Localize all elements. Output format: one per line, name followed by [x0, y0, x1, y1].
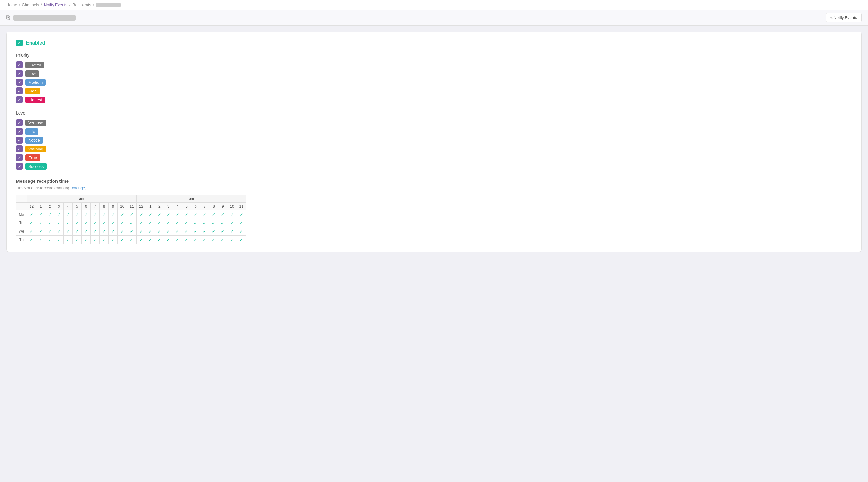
schedule-cell-mo-9[interactable]: ✓: [108, 210, 118, 219]
level-checkbox-verbose[interactable]: ✓: [16, 119, 23, 126]
schedule-cell-we-9[interactable]: ✓: [108, 227, 118, 236]
schedule-cell-we-23[interactable]: ✓: [237, 227, 246, 236]
breadcrumb-notify-events[interactable]: Notify.Events: [44, 2, 67, 7]
schedule-cell-we-13[interactable]: ✓: [146, 227, 155, 236]
schedule-cell-mo-10[interactable]: ✓: [118, 210, 127, 219]
schedule-cell-we-6[interactable]: ✓: [82, 227, 91, 236]
schedule-cell-th-8[interactable]: ✓: [100, 236, 108, 244]
schedule-cell-mo-20[interactable]: ✓: [209, 210, 218, 219]
schedule-cell-tu-4[interactable]: ✓: [63, 219, 72, 227]
schedule-cell-th-7[interactable]: ✓: [91, 236, 100, 244]
schedule-cell-tu-3[interactable]: ✓: [55, 219, 63, 227]
schedule-cell-th-20[interactable]: ✓: [209, 236, 218, 244]
timezone-change-link[interactable]: change: [72, 186, 85, 190]
priority-checkbox-medium[interactable]: ✓: [16, 79, 23, 86]
schedule-cell-th-3[interactable]: ✓: [55, 236, 63, 244]
schedule-cell-tu-10[interactable]: ✓: [118, 219, 127, 227]
level-checkbox-warning[interactable]: ✓: [16, 145, 23, 152]
schedule-cell-th-1[interactable]: ✓: [36, 236, 45, 244]
level-checkbox-info[interactable]: ✓: [16, 128, 23, 135]
enabled-checkbox[interactable]: ✓: [16, 39, 23, 47]
level-checkbox-success[interactable]: ✓: [16, 163, 23, 170]
schedule-cell-we-7[interactable]: ✓: [91, 227, 100, 236]
schedule-cell-mo-21[interactable]: ✓: [218, 210, 227, 219]
schedule-cell-we-14[interactable]: ✓: [155, 227, 164, 236]
breadcrumb-recipients[interactable]: Recipients: [72, 2, 91, 7]
schedule-cell-th-2[interactable]: ✓: [45, 236, 55, 244]
schedule-cell-we-16[interactable]: ✓: [173, 227, 182, 236]
schedule-cell-tu-13[interactable]: ✓: [146, 219, 155, 227]
schedule-cell-we-15[interactable]: ✓: [164, 227, 173, 236]
schedule-cell-mo-15[interactable]: ✓: [164, 210, 173, 219]
schedule-cell-mo-3[interactable]: ✓: [55, 210, 63, 219]
priority-checkbox-highest[interactable]: ✓: [16, 96, 23, 103]
level-checkbox-error[interactable]: ✓: [16, 154, 23, 161]
schedule-cell-mo-14[interactable]: ✓: [155, 210, 164, 219]
schedule-cell-we-12[interactable]: ✓: [136, 227, 146, 236]
schedule-cell-we-19[interactable]: ✓: [200, 227, 209, 236]
schedule-cell-th-14[interactable]: ✓: [155, 236, 164, 244]
schedule-cell-th-18[interactable]: ✓: [191, 236, 200, 244]
schedule-cell-mo-19[interactable]: ✓: [200, 210, 209, 219]
schedule-cell-we-10[interactable]: ✓: [118, 227, 127, 236]
schedule-cell-mo-16[interactable]: ✓: [173, 210, 182, 219]
schedule-cell-th-19[interactable]: ✓: [200, 236, 209, 244]
schedule-cell-tu-23[interactable]: ✓: [237, 219, 246, 227]
schedule-cell-th-21[interactable]: ✓: [218, 236, 227, 244]
schedule-cell-we-3[interactable]: ✓: [55, 227, 63, 236]
schedule-cell-th-22[interactable]: ✓: [227, 236, 237, 244]
schedule-cell-mo-7[interactable]: ✓: [91, 210, 100, 219]
schedule-cell-we-1[interactable]: ✓: [36, 227, 45, 236]
schedule-cell-tu-22[interactable]: ✓: [227, 219, 237, 227]
schedule-cell-tu-6[interactable]: ✓: [82, 219, 91, 227]
priority-checkbox-low[interactable]: ✓: [16, 70, 23, 77]
schedule-cell-tu-12[interactable]: ✓: [136, 219, 146, 227]
schedule-cell-th-4[interactable]: ✓: [63, 236, 72, 244]
schedule-cell-tu-19[interactable]: ✓: [200, 219, 209, 227]
schedule-cell-mo-8[interactable]: ✓: [100, 210, 108, 219]
schedule-cell-mo-1[interactable]: ✓: [36, 210, 45, 219]
schedule-cell-mo-17[interactable]: ✓: [182, 210, 191, 219]
schedule-cell-th-17[interactable]: ✓: [182, 236, 191, 244]
schedule-cell-mo-0[interactable]: ✓: [27, 210, 36, 219]
schedule-cell-we-2[interactable]: ✓: [45, 227, 55, 236]
schedule-cell-mo-18[interactable]: ✓: [191, 210, 200, 219]
schedule-cell-tu-17[interactable]: ✓: [182, 219, 191, 227]
schedule-cell-we-18[interactable]: ✓: [191, 227, 200, 236]
schedule-cell-we-20[interactable]: ✓: [209, 227, 218, 236]
schedule-cell-mo-12[interactable]: ✓: [136, 210, 146, 219]
schedule-cell-th-9[interactable]: ✓: [108, 236, 118, 244]
level-checkbox-notice[interactable]: ✓: [16, 137, 23, 144]
notify-events-button[interactable]: « Notify.Events: [826, 13, 862, 22]
schedule-cell-we-5[interactable]: ✓: [72, 227, 82, 236]
schedule-cell-tu-21[interactable]: ✓: [218, 219, 227, 227]
schedule-cell-we-4[interactable]: ✓: [63, 227, 72, 236]
schedule-cell-tu-14[interactable]: ✓: [155, 219, 164, 227]
schedule-cell-tu-5[interactable]: ✓: [72, 219, 82, 227]
schedule-cell-mo-5[interactable]: ✓: [72, 210, 82, 219]
schedule-cell-tu-15[interactable]: ✓: [164, 219, 173, 227]
schedule-cell-th-10[interactable]: ✓: [118, 236, 127, 244]
schedule-cell-mo-2[interactable]: ✓: [45, 210, 55, 219]
schedule-cell-th-0[interactable]: ✓: [27, 236, 36, 244]
schedule-cell-th-16[interactable]: ✓: [173, 236, 182, 244]
breadcrumb-channels[interactable]: Channels: [22, 2, 39, 7]
schedule-cell-tu-0[interactable]: ✓: [27, 219, 36, 227]
schedule-cell-mo-22[interactable]: ✓: [227, 210, 237, 219]
schedule-cell-we-11[interactable]: ✓: [127, 227, 136, 236]
priority-checkbox-lowest[interactable]: ✓: [16, 61, 23, 68]
schedule-cell-we-8[interactable]: ✓: [100, 227, 108, 236]
schedule-cell-tu-2[interactable]: ✓: [45, 219, 55, 227]
schedule-cell-mo-13[interactable]: ✓: [146, 210, 155, 219]
schedule-cell-th-12[interactable]: ✓: [136, 236, 146, 244]
schedule-cell-we-21[interactable]: ✓: [218, 227, 227, 236]
schedule-cell-tu-20[interactable]: ✓: [209, 219, 218, 227]
schedule-cell-tu-16[interactable]: ✓: [173, 219, 182, 227]
schedule-cell-tu-11[interactable]: ✓: [127, 219, 136, 227]
schedule-cell-th-5[interactable]: ✓: [72, 236, 82, 244]
schedule-cell-tu-8[interactable]: ✓: [100, 219, 108, 227]
schedule-cell-we-22[interactable]: ✓: [227, 227, 237, 236]
schedule-cell-mo-6[interactable]: ✓: [82, 210, 91, 219]
schedule-cell-mo-4[interactable]: ✓: [63, 210, 72, 219]
schedule-cell-th-13[interactable]: ✓: [146, 236, 155, 244]
